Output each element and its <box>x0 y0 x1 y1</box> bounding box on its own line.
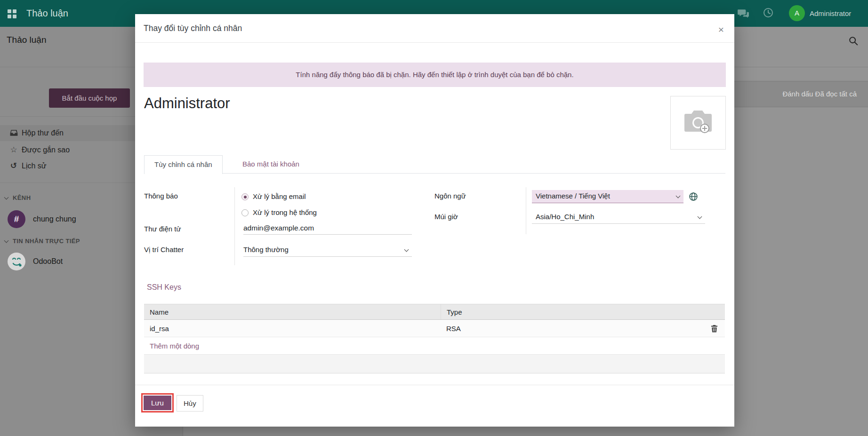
timezone-select[interactable]: Asia/Ho_Chi_Minh <box>532 211 705 224</box>
chevron-down-icon <box>404 247 409 252</box>
history-icon: ↺ <box>8 158 19 174</box>
chatter-position-label: Vị trí Chatter <box>144 246 184 254</box>
navbar-app-name[interactable]: Thảo luận <box>26 0 68 27</box>
odoobot-avatar <box>8 253 25 270</box>
add-a-line-link[interactable]: Thêm một dòng <box>144 337 199 354</box>
avatar-upload-placeholder[interactable] <box>670 96 726 150</box>
dm-name: OdooBot <box>33 250 63 273</box>
sidebar-item-label: Lịch sử <box>22 158 47 174</box>
language-select[interactable]: Vietnamese / Tiếng Việt <box>532 190 683 203</box>
camera-plus-icon <box>683 109 713 136</box>
preferences-modal: Thay đổi tùy chỉnh cá nhân × Tính năng đ… <box>135 14 734 427</box>
channel-name: chung chung <box>33 208 76 230</box>
cell-type: RSA <box>441 320 703 337</box>
table-add-row: Thêm một dòng <box>144 337 725 355</box>
table-empty-row <box>144 355 725 373</box>
language-value: Vietnamese / Tiếng Việt <box>536 192 610 200</box>
delete-row-button[interactable] <box>703 320 725 337</box>
chevron-down-icon <box>4 195 9 200</box>
search-icon[interactable] <box>848 36 859 48</box>
start-meeting-button[interactable]: Bắt đầu cuộc họp <box>49 88 130 108</box>
page-title: Thảo luận <box>7 35 47 45</box>
tab-preferences[interactable]: Tùy chỉnh cá nhân <box>144 155 223 174</box>
form-column-divider <box>526 187 526 234</box>
timezone-value: Asia/Ho_Chi_Minh <box>536 213 594 221</box>
timezone-label: Múi giờ <box>434 213 458 221</box>
push-notification-alert: Tính năng đẩy thông báo đã bị chặn. Hãy … <box>144 63 726 87</box>
chevron-down-icon <box>4 238 9 243</box>
modal-header-divider <box>135 42 734 43</box>
tabs-underline <box>144 173 725 174</box>
column-header-actions <box>703 304 725 319</box>
email-label: Thư điện tử <box>144 225 181 233</box>
sidebar-item-label: Hộp thư đến <box>22 125 64 141</box>
user-avatar[interactable]: A <box>789 5 805 21</box>
tab-account-security[interactable]: Bảo mật tài khoản <box>233 155 309 173</box>
email-input[interactable] <box>243 222 412 235</box>
column-header-name: Name <box>144 304 441 319</box>
modal-footer-divider <box>135 385 734 385</box>
sidebar-section-label: KÊNH <box>13 194 31 201</box>
cancel-button[interactable]: Hủy <box>177 395 203 412</box>
record-name-heading: Administrator <box>144 95 230 112</box>
ssh-keys-heading: SSH Keys <box>147 283 181 292</box>
close-icon[interactable]: × <box>715 24 727 36</box>
table-header-row: Name Type <box>144 304 725 320</box>
activities-clock-icon[interactable] <box>763 7 775 19</box>
radio-handle-in-odoo[interactable] <box>241 209 249 216</box>
radio-handle-by-email[interactable] <box>241 193 249 200</box>
notification-label: Thông báo <box>144 192 178 200</box>
chevron-down-icon <box>698 214 702 219</box>
save-button-highlight: Lưu <box>141 393 174 412</box>
channel-hash-icon: # <box>8 210 25 228</box>
radio-label-email[interactable]: Xử lý bằng email <box>253 192 306 200</box>
ssh-keys-table: Name Type id_rsa RSA Thêm một dòng <box>144 304 725 373</box>
modal-title: Thay đổi tùy chỉnh cá nhân <box>144 14 242 42</box>
apps-menu-icon[interactable] <box>8 9 16 18</box>
chatter-position-select[interactable]: Thông thường <box>243 244 412 257</box>
sidebar-section-label: TIN NHẮN TRỰC TIẾP <box>13 238 80 245</box>
form-column-divider <box>234 187 235 265</box>
radio-label-in-odoo[interactable]: Xử lý trong hệ thống <box>253 208 317 216</box>
language-label: Ngôn ngữ <box>434 192 466 200</box>
table-row[interactable]: id_rsa RSA <box>144 320 725 337</box>
cell-name: id_rsa <box>144 320 441 337</box>
trash-icon <box>711 325 718 333</box>
globe-icon[interactable] <box>689 192 698 201</box>
inbox-icon <box>8 125 19 141</box>
user-menu[interactable]: Administrator <box>810 0 851 27</box>
sidebar-item-label: Được gắn sao <box>22 142 70 158</box>
chevron-down-icon <box>676 194 681 198</box>
column-header-type: Type <box>441 304 703 319</box>
chatter-position-value: Thông thường <box>243 246 289 254</box>
save-button[interactable]: Lưu <box>144 396 171 410</box>
star-icon: ☆ <box>8 142 19 158</box>
messages-icon[interactable] <box>737 8 749 20</box>
